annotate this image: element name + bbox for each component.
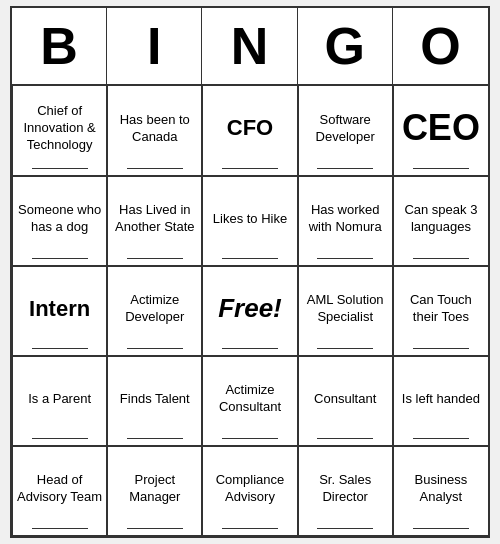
cell-underline-5 xyxy=(32,258,88,259)
cell-underline-13 xyxy=(317,348,373,349)
bingo-cell-10[interactable]: Intern xyxy=(12,266,107,356)
bingo-cell-11[interactable]: Actimize Developer xyxy=(107,266,202,356)
cell-underline-0 xyxy=(32,168,88,169)
bingo-cell-6[interactable]: Has Lived in Another State xyxy=(107,176,202,266)
cell-text-13: AML Solution Specialist xyxy=(303,292,388,326)
bingo-cell-5[interactable]: Someone who has a dog xyxy=(12,176,107,266)
cell-text-23: Sr. Sales Director xyxy=(303,472,388,506)
bingo-cell-1[interactable]: Has been to Canada xyxy=(107,86,202,176)
cell-text-15: Is a Parent xyxy=(28,391,91,408)
cell-text-5: Someone who has a dog xyxy=(17,202,102,236)
cell-text-3: Software Developer xyxy=(303,112,388,146)
bingo-cell-20[interactable]: Head of Advisory Team xyxy=(12,446,107,536)
bingo-letter-o: O xyxy=(393,8,488,84)
cell-text-14: Can Touch their Toes xyxy=(398,292,484,326)
cell-underline-23 xyxy=(317,528,373,529)
cell-underline-17 xyxy=(222,438,278,439)
cell-text-2: CFO xyxy=(227,114,273,143)
bingo-letter-i: I xyxy=(107,8,202,84)
cell-text-0: Chief of Innovation & Technology xyxy=(17,103,102,154)
bingo-cell-19[interactable]: Is left handed xyxy=(393,356,488,446)
bingo-cell-3[interactable]: Software Developer xyxy=(298,86,393,176)
cell-underline-7 xyxy=(222,258,278,259)
bingo-cell-22[interactable]: Compliance Advisory xyxy=(202,446,297,536)
cell-text-20: Head of Advisory Team xyxy=(17,472,102,506)
cell-text-1: Has been to Canada xyxy=(112,112,197,146)
bingo-letter-b: B xyxy=(12,8,107,84)
cell-text-9: Can speak 3 languages xyxy=(398,202,484,236)
bingo-grid: Chief of Innovation & TechnologyHas been… xyxy=(12,86,488,536)
bingo-cell-12[interactable]: Free! xyxy=(202,266,297,356)
cell-text-8: Has worked with Nomura xyxy=(303,202,388,236)
cell-text-4: CEO xyxy=(402,105,480,152)
bingo-cell-9[interactable]: Can speak 3 languages xyxy=(393,176,488,266)
bingo-cell-17[interactable]: Actimize Consultant xyxy=(202,356,297,446)
cell-underline-18 xyxy=(317,438,373,439)
cell-underline-10 xyxy=(32,348,88,349)
cell-underline-6 xyxy=(127,258,183,259)
cell-text-6: Has Lived in Another State xyxy=(112,202,197,236)
cell-underline-1 xyxy=(127,168,183,169)
bingo-cell-14[interactable]: Can Touch their Toes xyxy=(393,266,488,356)
cell-underline-9 xyxy=(413,258,470,259)
cell-underline-22 xyxy=(222,528,278,529)
bingo-cell-24[interactable]: Business Analyst xyxy=(393,446,488,536)
cell-underline-21 xyxy=(127,528,183,529)
cell-text-12: Free! xyxy=(218,292,282,326)
cell-text-21: Project Manager xyxy=(112,472,197,506)
cell-underline-14 xyxy=(413,348,470,349)
bingo-card: BINGO Chief of Innovation & TechnologyHa… xyxy=(10,6,490,538)
cell-underline-4 xyxy=(413,168,470,169)
bingo-cell-18[interactable]: Consultant xyxy=(298,356,393,446)
bingo-cell-7[interactable]: Likes to Hike xyxy=(202,176,297,266)
bingo-letter-g: G xyxy=(298,8,393,84)
cell-text-19: Is left handed xyxy=(402,391,480,408)
bingo-cell-21[interactable]: Project Manager xyxy=(107,446,202,536)
cell-underline-2 xyxy=(222,168,278,169)
bingo-cell-23[interactable]: Sr. Sales Director xyxy=(298,446,393,536)
cell-underline-15 xyxy=(32,438,88,439)
cell-underline-8 xyxy=(317,258,373,259)
cell-underline-16 xyxy=(127,438,183,439)
cell-text-17: Actimize Consultant xyxy=(207,382,292,416)
cell-text-10: Intern xyxy=(29,295,90,324)
bingo-cell-0[interactable]: Chief of Innovation & Technology xyxy=(12,86,107,176)
bingo-cell-15[interactable]: Is a Parent xyxy=(12,356,107,446)
cell-text-16: Finds Talent xyxy=(120,391,190,408)
bingo-cell-2[interactable]: CFO xyxy=(202,86,297,176)
cell-underline-24 xyxy=(413,528,470,529)
cell-text-7: Likes to Hike xyxy=(213,211,287,228)
bingo-cell-8[interactable]: Has worked with Nomura xyxy=(298,176,393,266)
bingo-cell-13[interactable]: AML Solution Specialist xyxy=(298,266,393,356)
bingo-cell-4[interactable]: CEO xyxy=(393,86,488,176)
cell-text-22: Compliance Advisory xyxy=(207,472,292,506)
cell-underline-19 xyxy=(413,438,470,439)
bingo-cell-16[interactable]: Finds Talent xyxy=(107,356,202,446)
cell-underline-11 xyxy=(127,348,183,349)
cell-underline-3 xyxy=(317,168,373,169)
bingo-header: BINGO xyxy=(12,8,488,86)
cell-text-11: Actimize Developer xyxy=(112,292,197,326)
cell-text-24: Business Analyst xyxy=(398,472,484,506)
cell-underline-20 xyxy=(32,528,88,529)
bingo-letter-n: N xyxy=(202,8,297,84)
cell-underline-12 xyxy=(222,348,278,349)
cell-text-18: Consultant xyxy=(314,391,376,408)
